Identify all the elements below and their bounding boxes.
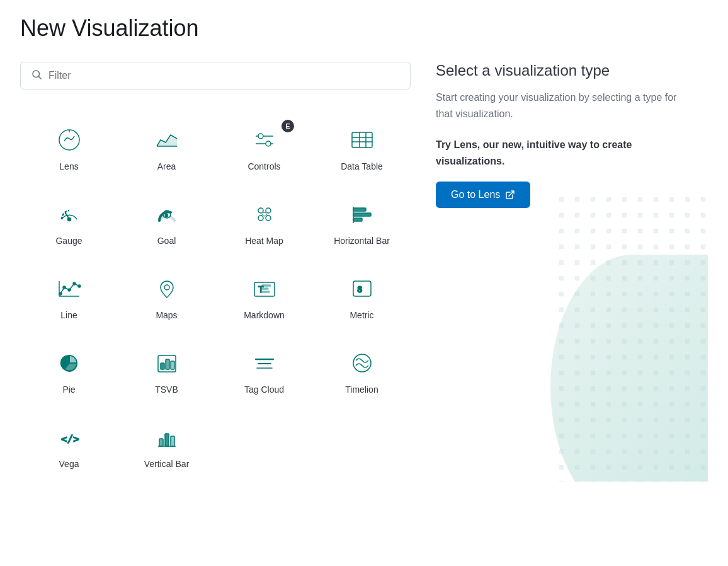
viz-item-gauge[interactable]: Gauge xyxy=(20,184,118,258)
svg-point-8 xyxy=(258,134,263,139)
viz-label-timelion: Timelion xyxy=(345,384,378,395)
viz-item-maps[interactable]: Maps xyxy=(118,258,215,333)
right-content: Select a visualization type Start creati… xyxy=(436,62,683,208)
viz-label-maps: Maps xyxy=(156,310,177,320)
svg-text:8: 8 xyxy=(357,284,362,294)
tag-cloud-icon xyxy=(249,348,280,378)
svg-rect-26 xyxy=(353,218,362,221)
viz-item-tag-cloud[interactable]: Tag Cloud xyxy=(215,333,313,407)
viz-item-line[interactable]: Line xyxy=(20,258,118,333)
main-content: Lens Area E xyxy=(20,62,708,482)
svg-point-19 xyxy=(258,208,263,213)
svg-rect-55 xyxy=(171,436,174,446)
svg-line-1 xyxy=(38,76,41,79)
svg-point-21 xyxy=(258,216,263,221)
svg-rect-53 xyxy=(159,439,163,446)
svg-text:</>: </> xyxy=(61,433,79,445)
svg-rect-38 xyxy=(262,285,271,286)
viz-label-tsvb: TSVB xyxy=(155,384,178,395)
select-desc: Start creating your visualization by sel… xyxy=(436,90,683,122)
viz-item-goal[interactable]: 8 Goal xyxy=(118,184,215,258)
svg-rect-25 xyxy=(353,213,371,216)
viz-item-vega[interactable]: </> Vega xyxy=(20,407,118,482)
viz-label-data-table: Data Table xyxy=(341,161,383,171)
go-to-lens-button[interactable]: Go to Lens xyxy=(436,182,530,208)
viz-item-controls[interactable]: E Controls xyxy=(215,110,313,184)
vertical-bar-icon xyxy=(152,422,182,453)
svg-rect-10 xyxy=(352,132,372,147)
page-title: New Visualization xyxy=(20,15,708,42)
svg-point-2 xyxy=(59,130,79,150)
svg-point-30 xyxy=(59,292,62,295)
viz-item-vertical-bar[interactable]: Vertical Bar xyxy=(118,407,215,482)
svg-point-20 xyxy=(266,208,271,213)
svg-text:8: 8 xyxy=(165,212,168,218)
maps-icon xyxy=(152,274,182,304)
data-table-icon xyxy=(347,125,377,155)
svg-point-31 xyxy=(63,286,65,289)
svg-rect-40 xyxy=(262,291,270,292)
viz-item-data-table[interactable]: Data Table xyxy=(313,110,411,184)
viz-label-gauge: Gauge xyxy=(55,236,82,246)
svg-point-34 xyxy=(78,285,81,287)
viz-item-timelion[interactable]: Timelion xyxy=(313,333,411,407)
line-icon xyxy=(54,274,84,304)
svg-point-32 xyxy=(68,289,71,291)
svg-rect-58 xyxy=(554,192,708,482)
search-icon xyxy=(31,69,42,83)
heat-map-icon xyxy=(249,199,280,229)
viz-label-vertical-bar: Vertical Bar xyxy=(144,459,190,469)
goal-icon: 8 xyxy=(152,199,182,229)
svg-point-0 xyxy=(33,71,40,78)
viz-label-pie: Pie xyxy=(62,384,75,395)
viz-label-line: Line xyxy=(60,310,77,320)
svg-rect-24 xyxy=(353,208,366,211)
viz-label-vega: Vega xyxy=(59,459,79,469)
viz-label-controls: Controls xyxy=(247,161,280,171)
viz-label-horizontal-bar: Horizontal Bar xyxy=(334,236,390,246)
svg-point-9 xyxy=(266,141,271,146)
vega-icon: </> xyxy=(54,422,84,453)
timelion-icon xyxy=(347,348,377,378)
page-container: New Visualization xyxy=(0,0,728,497)
svg-point-51 xyxy=(353,354,371,372)
viz-label-area: Area xyxy=(157,161,176,171)
viz-item-area[interactable]: Area xyxy=(118,110,215,184)
left-panel: Lens Area E xyxy=(20,62,411,482)
area-icon xyxy=(152,125,182,155)
viz-item-lens[interactable]: Lens xyxy=(20,110,118,184)
viz-label-goal: Goal xyxy=(157,236,176,246)
viz-label-lens: Lens xyxy=(59,161,78,171)
go-to-lens-label: Go to Lens xyxy=(451,189,500,200)
svg-rect-54 xyxy=(165,434,169,446)
viz-label-metric: Metric xyxy=(350,310,373,320)
svg-point-33 xyxy=(73,282,76,285)
badge-experimental: E xyxy=(282,120,294,132)
filter-input[interactable] xyxy=(48,70,400,81)
viz-item-markdown[interactable]: T Markdown xyxy=(215,258,313,333)
viz-grid: Lens Area E xyxy=(20,110,411,482)
viz-label-heat-map: Heat Map xyxy=(245,236,283,246)
gauge-icon xyxy=(54,199,84,229)
metric-icon: 8 xyxy=(347,274,377,304)
svg-rect-46 xyxy=(166,359,169,369)
viz-item-heat-map[interactable]: Heat Map xyxy=(215,184,313,258)
markdown-icon: T xyxy=(249,274,280,304)
viz-item-tsvb[interactable]: TSVB xyxy=(118,333,215,407)
viz-item-pie[interactable]: Pie xyxy=(20,333,118,407)
viz-item-metric[interactable]: 8 Metric xyxy=(313,258,411,333)
svg-rect-47 xyxy=(171,361,174,369)
svg-rect-39 xyxy=(262,288,268,289)
tsvb-icon xyxy=(152,348,182,378)
pie-icon xyxy=(54,348,84,378)
try-lens-text: Try Lens, our new, intuitive way to crea… xyxy=(436,137,683,169)
svg-rect-45 xyxy=(161,363,164,369)
svg-point-16 xyxy=(67,218,71,221)
external-link-icon xyxy=(505,190,515,200)
horizontal-bar-icon xyxy=(347,199,377,229)
viz-item-horizontal-bar[interactable]: Horizontal Bar xyxy=(313,184,411,258)
lens-icon xyxy=(54,125,84,155)
viz-label-markdown: Markdown xyxy=(244,310,285,320)
svg-point-22 xyxy=(266,216,271,221)
select-title: Select a visualization type xyxy=(436,62,683,79)
